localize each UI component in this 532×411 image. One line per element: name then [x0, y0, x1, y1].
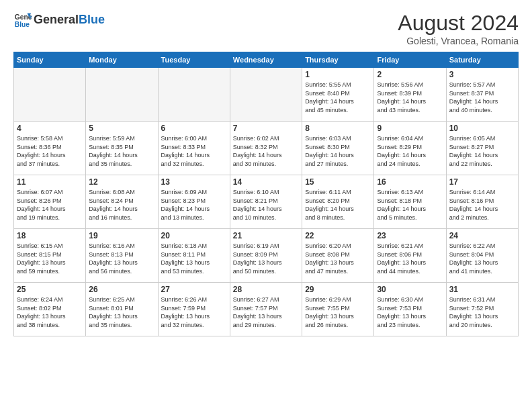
calendar-week-1: 1Sunrise: 5:55 AM Sunset: 8:40 PM Daylig… — [14, 68, 519, 122]
day-detail: Sunrise: 6:30 AM Sunset: 7:53 PM Dayligh… — [377, 295, 443, 329]
day-number: 29 — [305, 285, 371, 294]
calendar-week-3: 11Sunrise: 6:07 AM Sunset: 8:26 PM Dayli… — [14, 175, 519, 229]
day-number: 15 — [305, 177, 371, 187]
day-detail: Sunrise: 6:26 AM Sunset: 7:59 PM Dayligh… — [161, 295, 227, 329]
day-number: 24 — [449, 231, 515, 240]
day-detail: Sunrise: 6:09 AM Sunset: 8:23 PM Dayligh… — [161, 188, 227, 222]
table-row: 4Sunrise: 5:58 AM Sunset: 8:36 PM Daylig… — [14, 122, 86, 175]
table-row: 30Sunrise: 6:30 AM Sunset: 7:53 PM Dayli… — [374, 283, 446, 336]
day-detail: Sunrise: 6:13 AM Sunset: 8:18 PM Dayligh… — [377, 188, 443, 222]
month-year: August 2024 — [398, 11, 519, 36]
table-row: 20Sunrise: 6:18 AM Sunset: 8:11 PM Dayli… — [158, 229, 230, 283]
table-row: 15Sunrise: 6:11 AM Sunset: 8:20 PM Dayli… — [302, 175, 374, 229]
day-detail: Sunrise: 5:58 AM Sunset: 8:36 PM Dayligh… — [17, 134, 83, 168]
table-row — [86, 68, 158, 122]
day-number: 31 — [449, 285, 515, 294]
day-detail: Sunrise: 6:19 AM Sunset: 8:09 PM Dayligh… — [233, 242, 299, 275]
header-sunday: Sunday — [14, 52, 86, 68]
table-row: 23Sunrise: 6:21 AM Sunset: 8:06 PM Dayli… — [374, 229, 446, 283]
day-number: 4 — [17, 124, 83, 133]
table-row — [158, 68, 230, 122]
day-detail: Sunrise: 5:56 AM Sunset: 8:39 PM Dayligh… — [377, 81, 443, 114]
table-row: 31Sunrise: 6:31 AM Sunset: 7:52 PM Dayli… — [446, 283, 518, 336]
header-wednesday: Wednesday — [230, 52, 302, 68]
logo-icon: General Blue — [13, 11, 32, 30]
table-row: 29Sunrise: 6:29 AM Sunset: 7:55 PM Dayli… — [302, 283, 374, 336]
day-detail: Sunrise: 5:55 AM Sunset: 8:40 PM Dayligh… — [305, 81, 371, 114]
day-detail: Sunrise: 6:15 AM Sunset: 8:15 PM Dayligh… — [17, 242, 83, 275]
day-detail: Sunrise: 6:03 AM Sunset: 8:30 PM Dayligh… — [305, 134, 371, 168]
table-row: 7Sunrise: 6:02 AM Sunset: 8:32 PM Daylig… — [230, 122, 302, 175]
table-row: 3Sunrise: 5:57 AM Sunset: 8:37 PM Daylig… — [446, 68, 518, 122]
day-number: 30 — [377, 285, 443, 294]
table-row: 13Sunrise: 6:09 AM Sunset: 8:23 PM Dayli… — [158, 175, 230, 229]
logo-text: GeneralBlue — [34, 13, 105, 27]
table-row: 9Sunrise: 6:04 AM Sunset: 8:29 PM Daylig… — [374, 122, 446, 175]
title-block: August 2024 Golesti, Vrancea, Romania — [398, 11, 519, 46]
day-number: 23 — [377, 231, 443, 240]
day-detail: Sunrise: 6:16 AM Sunset: 8:13 PM Dayligh… — [89, 242, 154, 275]
calendar-header-row: Sunday Monday Tuesday Wednesday Thursday… — [14, 52, 519, 68]
table-row: 16Sunrise: 6:13 AM Sunset: 8:18 PM Dayli… — [374, 175, 446, 229]
day-number: 17 — [449, 177, 515, 187]
day-detail: Sunrise: 6:31 AM Sunset: 7:52 PM Dayligh… — [449, 295, 515, 329]
table-row: 25Sunrise: 6:24 AM Sunset: 8:02 PM Dayli… — [14, 283, 86, 336]
day-detail: Sunrise: 6:24 AM Sunset: 8:02 PM Dayligh… — [17, 295, 83, 329]
day-number: 6 — [161, 124, 227, 133]
day-number: 16 — [377, 177, 443, 187]
day-number: 26 — [89, 285, 154, 294]
header-thursday: Thursday — [302, 52, 374, 68]
table-row: 19Sunrise: 6:16 AM Sunset: 8:13 PM Dayli… — [86, 229, 158, 283]
logo: General Blue GeneralBlue — [13, 11, 105, 30]
table-row: 24Sunrise: 6:22 AM Sunset: 8:04 PM Dayli… — [446, 229, 518, 283]
day-number: 25 — [17, 285, 83, 294]
table-row: 28Sunrise: 6:27 AM Sunset: 7:57 PM Dayli… — [230, 283, 302, 336]
table-row: 21Sunrise: 6:19 AM Sunset: 8:09 PM Dayli… — [230, 229, 302, 283]
calendar-week-2: 4Sunrise: 5:58 AM Sunset: 8:36 PM Daylig… — [14, 122, 519, 175]
day-detail: Sunrise: 6:18 AM Sunset: 8:11 PM Dayligh… — [161, 242, 227, 275]
header-saturday: Saturday — [446, 52, 518, 68]
svg-text:Blue: Blue — [15, 21, 30, 28]
table-row: 10Sunrise: 6:05 AM Sunset: 8:27 PM Dayli… — [446, 122, 518, 175]
table-row: 1Sunrise: 5:55 AM Sunset: 8:40 PM Daylig… — [302, 68, 374, 122]
day-number: 20 — [161, 231, 227, 240]
day-detail: Sunrise: 6:04 AM Sunset: 8:29 PM Dayligh… — [377, 134, 443, 168]
day-detail: Sunrise: 5:57 AM Sunset: 8:37 PM Dayligh… — [449, 81, 515, 114]
day-number: 14 — [233, 177, 299, 187]
day-detail: Sunrise: 6:07 AM Sunset: 8:26 PM Dayligh… — [17, 188, 83, 222]
table-row: 8Sunrise: 6:03 AM Sunset: 8:30 PM Daylig… — [302, 122, 374, 175]
day-number: 9 — [377, 124, 443, 133]
day-detail: Sunrise: 6:20 AM Sunset: 8:08 PM Dayligh… — [305, 242, 371, 275]
table-row: 14Sunrise: 6:10 AM Sunset: 8:21 PM Dayli… — [230, 175, 302, 229]
day-number: 28 — [233, 285, 299, 294]
calendar-week-4: 18Sunrise: 6:15 AM Sunset: 8:15 PM Dayli… — [14, 229, 519, 283]
day-detail: Sunrise: 6:10 AM Sunset: 8:21 PM Dayligh… — [233, 188, 299, 222]
day-number: 12 — [89, 177, 154, 187]
day-number: 10 — [449, 124, 515, 133]
header-monday: Monday — [86, 52, 158, 68]
day-number: 22 — [305, 231, 371, 240]
day-detail: Sunrise: 6:21 AM Sunset: 8:06 PM Dayligh… — [377, 242, 443, 275]
location: Golesti, Vrancea, Romania — [398, 36, 519, 46]
day-detail: Sunrise: 6:00 AM Sunset: 8:33 PM Dayligh… — [161, 134, 227, 168]
table-row: 11Sunrise: 6:07 AM Sunset: 8:26 PM Dayli… — [14, 175, 86, 229]
table-row: 22Sunrise: 6:20 AM Sunset: 8:08 PM Dayli… — [302, 229, 374, 283]
day-detail: Sunrise: 6:14 AM Sunset: 8:16 PM Dayligh… — [449, 188, 515, 222]
day-number: 27 — [161, 285, 227, 294]
day-number: 13 — [161, 177, 227, 187]
day-detail: Sunrise: 6:25 AM Sunset: 8:01 PM Dayligh… — [89, 295, 154, 329]
day-number: 21 — [233, 231, 299, 240]
day-number: 3 — [449, 70, 515, 79]
day-number: 19 — [89, 231, 154, 240]
day-detail: Sunrise: 5:59 AM Sunset: 8:35 PM Dayligh… — [89, 134, 154, 168]
day-number: 1 — [305, 70, 371, 79]
day-number: 8 — [305, 124, 371, 133]
day-number: 2 — [377, 70, 443, 79]
header-friday: Friday — [374, 52, 446, 68]
day-detail: Sunrise: 6:08 AM Sunset: 8:24 PM Dayligh… — [89, 188, 154, 222]
day-number: 7 — [233, 124, 299, 133]
calendar-table: Sunday Monday Tuesday Wednesday Thursday… — [13, 52, 519, 336]
table-row — [14, 68, 86, 122]
day-number: 5 — [89, 124, 154, 133]
table-row: 5Sunrise: 5:59 AM Sunset: 8:35 PM Daylig… — [86, 122, 158, 175]
